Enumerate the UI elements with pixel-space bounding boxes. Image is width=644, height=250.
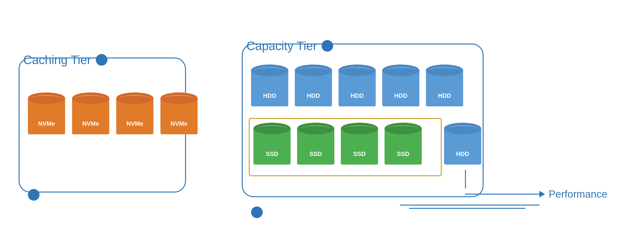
performance-horizontal-line bbox=[465, 194, 540, 195]
performance-label: Performance bbox=[549, 188, 607, 200]
hdd-disk-3: HDD bbox=[338, 65, 376, 106]
hdd-label-3: HDD bbox=[338, 92, 376, 99]
hdd-label-5: HDD bbox=[426, 92, 463, 99]
hdd-label-6: HDD bbox=[444, 150, 481, 158]
nvme-label-2: NVMe bbox=[72, 120, 109, 127]
nvme-disk-3: NVMe bbox=[116, 92, 154, 134]
performance-arrow-container: Performance bbox=[400, 170, 607, 209]
main-container: Caching Tier NVMe NVMe bbox=[0, 0, 644, 250]
hdd-disk-4: HDD bbox=[382, 65, 420, 106]
nvme-disk-2: NVMe bbox=[72, 92, 109, 134]
ssd-label-3: SSD bbox=[341, 150, 378, 158]
hdd-top-row: HDD HDD HDD bbox=[251, 65, 463, 106]
ssd-disk-1: SSD bbox=[254, 123, 290, 165]
ssd-label-1: SSD bbox=[254, 150, 290, 158]
hdd-disk-6: HDD bbox=[444, 123, 481, 165]
hdd-label-4: HDD bbox=[382, 92, 420, 99]
caching-tier: Caching Tier NVMe NVMe bbox=[18, 46, 195, 204]
performance-bottom-lines bbox=[400, 205, 540, 209]
capacity-tier: Capacity Tier HDD HDD bbox=[242, 34, 488, 216]
ssd-disk-3: SSD bbox=[341, 123, 378, 165]
ssd-disk-4: SSD bbox=[384, 123, 422, 165]
performance-bottom-line2 bbox=[409, 208, 526, 209]
hdd-disk-5: HDD bbox=[426, 65, 463, 106]
hdd-disk-2: HDD bbox=[295, 65, 332, 106]
ssd-label-2: SSD bbox=[297, 150, 334, 158]
ssd-disk-2: SSD bbox=[297, 123, 334, 165]
nvme-label-1: NVMe bbox=[28, 120, 65, 127]
hdd-label-1: HDD bbox=[251, 92, 288, 99]
performance-bottom-line1 bbox=[400, 205, 540, 205]
hdd-label-2: HDD bbox=[295, 92, 332, 99]
nvme-label-4: NVMe bbox=[160, 120, 198, 127]
performance-section: Performance bbox=[400, 170, 607, 209]
performance-vertical-line bbox=[465, 170, 466, 188]
hdd-disk-1: HDD bbox=[251, 65, 288, 106]
nvme-row: NVMe NVMe NVMe bbox=[28, 92, 198, 134]
nvme-disk-1: NVMe bbox=[28, 92, 65, 134]
performance-horizontal-container: Performance bbox=[400, 188, 607, 200]
nvme-label-3: NVMe bbox=[116, 120, 154, 127]
caching-bottom-dot bbox=[28, 189, 40, 201]
capacity-bottom-dot bbox=[251, 206, 263, 218]
ssd-label-4: SSD bbox=[384, 150, 422, 158]
ssd-row: SSD SSD SSD bbox=[254, 123, 422, 165]
nvme-disk-4: NVMe bbox=[160, 92, 198, 134]
performance-arrow-head bbox=[540, 191, 545, 197]
